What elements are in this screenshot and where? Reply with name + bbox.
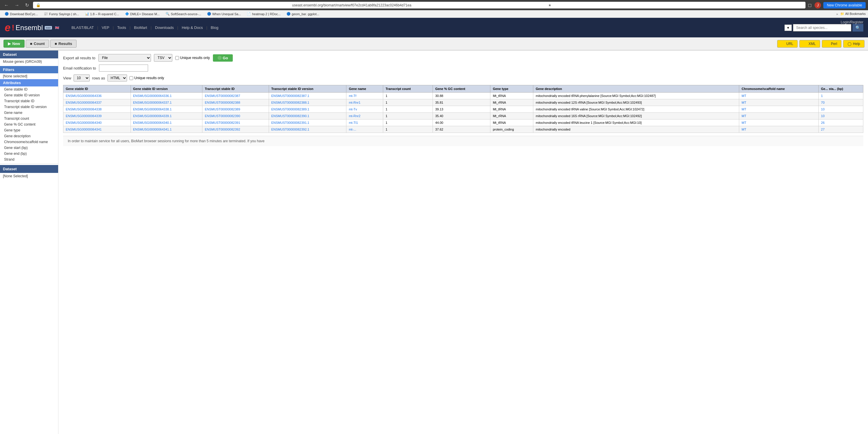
table-cell[interactable]: 1 xyxy=(819,93,863,99)
table-cell-link[interactable]: ENSMUSG00000064341 xyxy=(66,128,102,131)
table-cell-link[interactable]: ENSMUSG00000064336.1 xyxy=(133,94,172,97)
table-cell-link[interactable]: 10 xyxy=(821,114,825,118)
table-cell[interactable]: ENSMUST00000082389 xyxy=(203,106,269,113)
refresh-button[interactable]: ↻ xyxy=(23,2,31,8)
table-cell[interactable]: ENSMUSG00000064338.1 xyxy=(130,106,203,113)
login-register-link[interactable]: Login/Register xyxy=(841,20,863,24)
rows-per-page-select[interactable]: 10 20 50 100 xyxy=(73,74,90,82)
bookmark-dmle[interactable]: 🔷 DMLE+ Disease M... xyxy=(123,11,162,17)
bookmark-heatmap[interactable]: 📄 heatmap.2 | RDoc... xyxy=(244,11,283,17)
table-cell-link[interactable]: MT xyxy=(742,101,746,104)
unique-view-checkbox[interactable] xyxy=(129,76,133,80)
table-cell[interactable]: 70 xyxy=(819,99,863,106)
table-cell-link[interactable]: MT xyxy=(742,94,746,97)
sidebar-attr-item[interactable]: Gene % GC content xyxy=(0,122,58,127)
sidebar-attr-item[interactable]: Gene description xyxy=(0,133,58,139)
all-bookmarks-link[interactable]: 📁 All Bookmarks xyxy=(840,12,866,16)
table-cell-link[interactable]: MT xyxy=(742,114,746,118)
sidebar-attr-item[interactable]: Gene stable ID xyxy=(0,87,58,92)
sidebar-attr-item[interactable]: Gene end (bp) xyxy=(0,151,58,157)
unique-results-checkbox[interactable] xyxy=(175,56,179,60)
bookmark-rsquared[interactable]: 📊 1.8 – R-squared C... xyxy=(83,11,122,17)
nav-blast-blat[interactable]: BLAST/BLAT xyxy=(68,20,97,35)
table-cell[interactable]: ENSMUSG00000064339.1 xyxy=(130,113,203,120)
table-cell-link[interactable]: 70 xyxy=(821,101,825,104)
unique-view-checkbox-label[interactable]: Unique results only xyxy=(129,76,164,80)
table-cell-link[interactable]: mt-Tf xyxy=(349,94,356,97)
filters-selection[interactable]: [None selected] xyxy=(0,73,58,79)
table-cell[interactable]: ENSMUST00000082391.1 xyxy=(269,120,346,126)
table-cell[interactable]: ENSMUSG00000064341 xyxy=(63,126,131,133)
bookmark-biocyc[interactable]: 🔵 Download BioCyc... xyxy=(2,11,40,17)
table-cell-link[interactable]: ENSMUST00000082388 xyxy=(205,101,240,104)
table-cell-link[interactable]: mt-Tv xyxy=(349,107,357,111)
table-cell[interactable]: ENSMUST00000082391 xyxy=(203,120,269,126)
table-cell[interactable]: ENSMUST00000082390.1 xyxy=(269,113,346,120)
table-cell[interactable]: 27 xyxy=(819,126,863,133)
table-cell-link[interactable]: ENSMUST00000082392 xyxy=(205,128,240,131)
table-cell[interactable]: mt-Rnr2 xyxy=(346,113,383,120)
search-submit-button[interactable]: 🔍 xyxy=(852,24,863,32)
help-button[interactable]: ◯ Help xyxy=(843,40,865,48)
table-cell-link[interactable]: 26 xyxy=(821,121,825,124)
attributes-section[interactable]: Attributes xyxy=(0,79,58,87)
table-cell-link[interactable]: ENSMUST00000082389 xyxy=(205,107,240,111)
table-cell-link[interactable]: ENSMUSG00000064341.1 xyxy=(133,128,172,131)
table-cell[interactable]: ENSMUSG00000064337 xyxy=(63,99,131,106)
xml-button[interactable]: ★ XML xyxy=(799,40,820,48)
table-cell[interactable]: ENSMUSG00000064337.1 xyxy=(130,99,203,106)
new-button[interactable]: ▶ New xyxy=(3,40,25,48)
table-cell[interactable]: MT xyxy=(739,126,819,133)
search-species-dropdown-icon[interactable]: ▼ xyxy=(784,25,792,31)
export-file-select[interactable]: File Compressed file (.gz) Microsoft Exc… xyxy=(98,54,151,62)
table-cell-link[interactable]: ENSMUST00000082387 xyxy=(205,94,240,97)
table-cell[interactable]: mt-Tv xyxy=(346,106,383,113)
table-cell-link[interactable]: mt-Rnr2 xyxy=(349,114,361,118)
bookmark-geom[interactable]: 🔵 geom_bar. ggplot... xyxy=(284,11,321,17)
filters-section[interactable]: Filters xyxy=(0,66,58,73)
table-cell[interactable]: ENSMUSG00000064341.1 xyxy=(130,126,203,133)
table-cell-link[interactable]: mt-Rnr1 xyxy=(349,101,361,104)
table-cell-link[interactable]: ENSMUST00000082391.1 xyxy=(271,121,309,124)
table-cell[interactable]: mt-Rnr1 xyxy=(346,99,383,106)
url-button[interactable]: ★ URL xyxy=(777,40,798,48)
table-cell[interactable]: ENSMUSG00000064340.1 xyxy=(130,120,203,126)
sidebar-attr-item[interactable]: Transcript stable ID xyxy=(0,98,58,104)
sidebar-attr-item[interactable]: Gene type xyxy=(0,127,58,133)
nav-vep[interactable]: VEP xyxy=(98,20,113,35)
go-button[interactable]: Go xyxy=(213,54,233,62)
table-cell-link[interactable]: ENSMUST00000082389.1 xyxy=(271,107,309,111)
view-format-select[interactable]: HTML CSV TSV xyxy=(107,74,127,82)
perl-button[interactable]: ★ Perl xyxy=(822,40,841,48)
nav-help-docs[interactable]: Help & Docs xyxy=(178,20,206,35)
sidebar-attr-item[interactable]: Chromosome/scaffold name xyxy=(0,139,58,145)
table-cell-link[interactable]: ENSMUSG00000064339.1 xyxy=(133,114,172,118)
table-cell-link[interactable]: ENSMUST00000082390 xyxy=(205,114,240,118)
table-cell-link[interactable]: MT xyxy=(742,107,746,111)
table-cell[interactable]: ENSMUST00000082388.1 xyxy=(269,99,346,106)
table-cell-link[interactable]: ENSMUSG00000064337 xyxy=(66,101,102,104)
sidebar-attr-item[interactable]: Gene name xyxy=(0,110,58,116)
table-cell[interactable]: ENSMUSG00000064336.1 xyxy=(130,93,203,99)
table-cell-link[interactable]: MT xyxy=(742,128,746,131)
nav-blog[interactable]: Blog xyxy=(207,20,222,35)
sidebar-attr-item[interactable]: Transcript count xyxy=(0,116,58,122)
table-cell-link[interactable]: mt-... xyxy=(349,128,356,131)
table-cell[interactable]: mt-Tl1 xyxy=(346,120,383,126)
table-cell-link[interactable]: mt-Tl1 xyxy=(349,121,358,124)
bookmark-funny[interactable]: 📰 Funny Sayings | sh... xyxy=(41,11,82,17)
bookmark-softsearch[interactable]: 🔍 SoftSearch-source-... xyxy=(163,11,204,17)
table-cell[interactable]: ENSMUSG00000064336 xyxy=(63,93,131,99)
table-cell[interactable]: ENSMUST00000082387 xyxy=(203,93,269,99)
sidebar-attr-item[interactable]: Strand xyxy=(0,157,58,162)
table-cell[interactable]: ENSMUST00000082390 xyxy=(203,113,269,120)
table-cell[interactable]: MT xyxy=(739,120,819,126)
sidebar-attr-item[interactable]: Gene stable ID version xyxy=(0,92,58,98)
export-format-select[interactable]: TSV CSV XLS xyxy=(154,54,172,62)
table-cell[interactable]: ENSMUSG00000064339 xyxy=(63,113,131,120)
results-button[interactable]: ■ Results xyxy=(50,40,76,48)
count-button[interactable]: ■ Count xyxy=(26,40,49,48)
table-cell-link[interactable]: ENSMUST00000082392.1 xyxy=(271,128,309,131)
table-cell[interactable]: ENSMUST00000082389.1 xyxy=(269,106,346,113)
table-cell[interactable]: ENSMUST00000082392 xyxy=(203,126,269,133)
